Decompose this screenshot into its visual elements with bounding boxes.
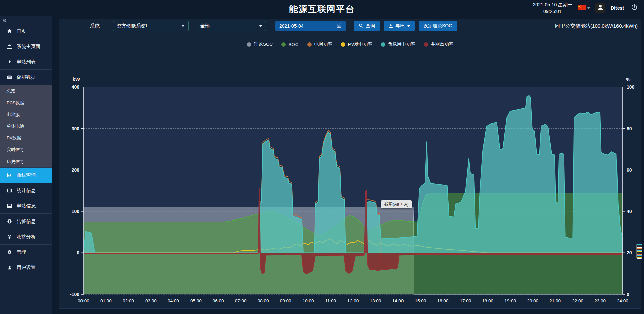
screenshot-mini-toolbar[interactable] bbox=[636, 244, 642, 259]
svg-text:20: 20 bbox=[627, 250, 632, 255]
svg-text:06:00: 06:00 bbox=[213, 298, 224, 303]
sidebar-item-label: 储能数据 bbox=[17, 74, 36, 80]
svg-text:40: 40 bbox=[627, 209, 632, 214]
svg-text:05:00: 05:00 bbox=[190, 298, 202, 303]
svg-text:%: % bbox=[626, 76, 630, 82]
svg-text:22:00: 22:00 bbox=[572, 298, 583, 303]
sidebar-item-station-info[interactable]: 电站信息 bbox=[0, 198, 52, 214]
screenshot-tooltip: 截图(Alt + A) bbox=[381, 200, 412, 208]
username: DItest bbox=[611, 5, 624, 11]
sidebar-item-storage-data[interactable]: 储能数据 bbox=[0, 70, 52, 85]
svg-text:09:00: 09:00 bbox=[280, 298, 291, 303]
page-title: 能源互联网平台 bbox=[289, 3, 355, 15]
collapse-icon: « bbox=[3, 17, 6, 22]
user-icon bbox=[596, 3, 604, 13]
svg-text:80: 80 bbox=[627, 126, 632, 131]
sidebar-submenu-storage-data: 总览PCS数据电池簇单体电池PV数据实时信号历史信号 bbox=[0, 85, 52, 168]
sidebar-item-management[interactable]: 管理 bbox=[0, 245, 52, 260]
svg-text:15:00: 15:00 bbox=[415, 298, 426, 303]
sidebar-item-user-settings[interactable]: 用户设置 bbox=[0, 260, 52, 275]
sidebar-subitem-单体电池[interactable]: 单体电池 bbox=[0, 120, 52, 132]
svg-text:100: 100 bbox=[627, 84, 635, 90]
svg-text:24:00: 24:00 bbox=[617, 298, 628, 303]
top-header: 能源互联网平台 2021-05-10 星期一 09:25:01 DItest bbox=[0, 0, 644, 16]
chart-icon bbox=[7, 173, 12, 178]
sidebar-item-label: 管理 bbox=[17, 249, 26, 255]
header-right: 2021-05-10 星期一 09:25:01 DItest bbox=[533, 0, 639, 16]
bolt-icon bbox=[7, 60, 12, 64]
svg-text:18:00: 18:00 bbox=[482, 298, 493, 303]
sidebar-item-alarm-info[interactable]: 告警信息 bbox=[0, 214, 52, 229]
x-axis-labels: 00:0001:0002:0003:0004:0005:0006:0007:00… bbox=[78, 298, 628, 303]
svg-text:00:00: 00:00 bbox=[78, 298, 89, 303]
svg-text:60: 60 bbox=[627, 167, 632, 173]
sidebar-item-curve-query[interactable]: 曲线查询 bbox=[0, 168, 52, 183]
sidebar-item-label: 告警信息 bbox=[17, 218, 36, 225]
svg-text:02:00: 02:00 bbox=[123, 298, 134, 303]
sidebar-subitem-实时信号[interactable]: 实时信号 bbox=[0, 144, 52, 155]
svg-text:16:00: 16:00 bbox=[437, 298, 448, 303]
svg-text:03:00: 03:00 bbox=[145, 298, 157, 303]
svg-text:13:00: 13:00 bbox=[370, 298, 381, 303]
sidebar-item-label: 统计信息 bbox=[17, 188, 36, 194]
sidebar-item-label: 系统主页面 bbox=[17, 44, 40, 50]
alert-icon bbox=[7, 219, 12, 224]
svg-text:19:00: 19:00 bbox=[504, 298, 516, 303]
sidebar-item-label: 用户设置 bbox=[17, 265, 36, 271]
home-icon bbox=[7, 28, 12, 34]
sidebar-subitem-电池簇[interactable]: 电池簇 bbox=[0, 109, 52, 120]
bank-icon bbox=[7, 44, 12, 49]
storage-icon bbox=[7, 75, 12, 80]
sidebar-item-system-home[interactable]: 系统主页面 bbox=[0, 39, 52, 54]
photo-icon bbox=[7, 203, 12, 208]
sidebar-subitem-PV数据[interactable]: PV数据 bbox=[0, 132, 52, 144]
user-icon bbox=[7, 265, 12, 270]
china-flag-icon bbox=[578, 5, 586, 11]
sidebar-item-label: 电站信息 bbox=[17, 203, 36, 209]
sidebar-item-stats-info[interactable]: 统计信息 bbox=[0, 183, 52, 198]
svg-text:14:00: 14:00 bbox=[392, 298, 404, 303]
svg-text:kW: kW bbox=[73, 76, 80, 82]
language-selector[interactable] bbox=[578, 5, 590, 11]
date-text: 2021-05-10 星期一 bbox=[533, 1, 573, 8]
time-text: 09:25:01 bbox=[533, 8, 573, 15]
svg-text:20:00: 20:00 bbox=[527, 298, 538, 303]
sidebar-item-label: 收益分析 bbox=[17, 234, 36, 240]
sidebar: « 首页系统主页面电站列表储能数据总览PCS数据电池簇单体电池PV数据实时信号历… bbox=[0, 16, 52, 314]
gear-icon bbox=[7, 250, 12, 255]
curve-chart[interactable]: 4003002001000-100100806040200kW%00:0001:… bbox=[59, 19, 642, 309]
sidebar-item-label: 曲线查询 bbox=[17, 172, 36, 178]
table-icon bbox=[7, 188, 12, 193]
logout-button[interactable] bbox=[629, 3, 639, 13]
svg-text:100: 100 bbox=[72, 209, 80, 214]
svg-text:04:00: 04:00 bbox=[168, 298, 179, 303]
svg-text:0: 0 bbox=[77, 250, 79, 255]
svg-text:07:00: 07:00 bbox=[235, 298, 247, 303]
yen-icon: ¥ bbox=[7, 234, 12, 240]
svg-text:0: 0 bbox=[627, 292, 629, 297]
power-icon bbox=[631, 4, 638, 12]
main-panel: 系统 资方储能系统1 全部 2021-05-04 查询 bbox=[59, 19, 641, 309]
svg-text:400: 400 bbox=[72, 84, 80, 90]
sidebar-item-revenue-analysis[interactable]: ¥收益分析 bbox=[0, 229, 52, 245]
svg-text:08:00: 08:00 bbox=[258, 298, 269, 303]
sidebar-collapse[interactable]: « bbox=[0, 16, 52, 23]
sidebar-subitem-PCS数据[interactable]: PCS数据 bbox=[0, 97, 52, 109]
sidebar-item-home[interactable]: 首页 bbox=[0, 23, 52, 39]
svg-text:11:00: 11:00 bbox=[325, 298, 336, 303]
svg-text:21:00: 21:00 bbox=[549, 298, 561, 303]
sidebar-subitem-历史信号[interactable]: 历史信号 bbox=[0, 155, 52, 167]
avatar[interactable] bbox=[595, 3, 605, 13]
datetime-display: 2021-05-10 星期一 09:25:01 bbox=[533, 1, 573, 15]
svg-text:300: 300 bbox=[72, 126, 80, 131]
svg-text:10:00: 10:00 bbox=[303, 298, 314, 303]
sidebar-subitem-总览[interactable]: 总览 bbox=[0, 85, 52, 97]
page: 能源互联网平台 2021-05-10 星期一 09:25:01 DItest bbox=[0, 0, 644, 314]
svg-text:23:00: 23:00 bbox=[594, 298, 606, 303]
sidebar-item-label: 首页 bbox=[17, 28, 26, 34]
svg-text:200: 200 bbox=[72, 167, 80, 173]
svg-text:12:00: 12:00 bbox=[347, 298, 359, 303]
svg-text:17:00: 17:00 bbox=[460, 298, 471, 303]
sidebar-item-station-list[interactable]: 电站列表 bbox=[0, 54, 52, 70]
chevron-down-icon bbox=[587, 7, 590, 9]
